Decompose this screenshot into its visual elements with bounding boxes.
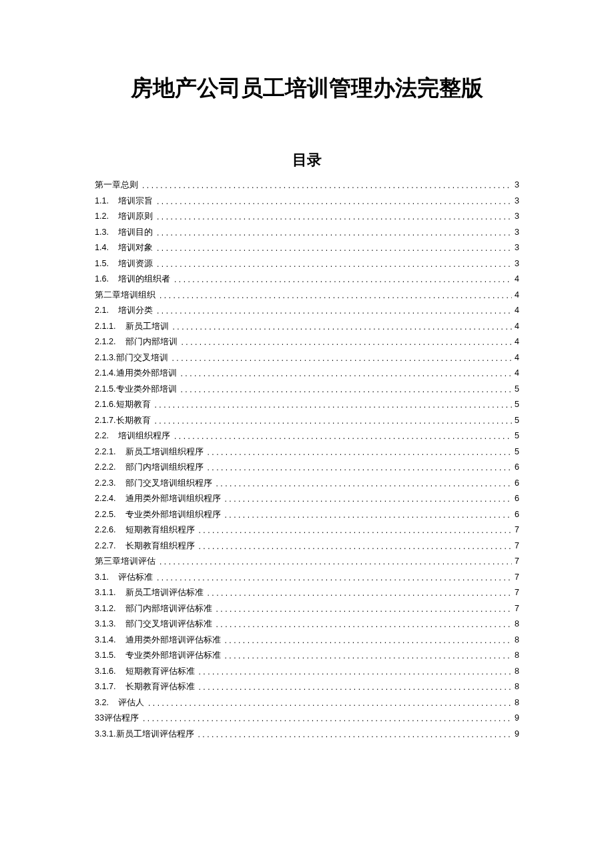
toc-leader-dots: [174, 276, 512, 284]
toc-leader-dots: [157, 244, 512, 252]
toc-leader-dots: [225, 495, 512, 503]
toc-entry: 2.2.3.部门交叉培训组织程序6: [95, 479, 519, 495]
toc-entry: 2.2.4.通用类外部培训组织程序6: [95, 494, 519, 510]
toc-entry-number: 1.4.: [95, 244, 109, 252]
toc-entry-page: 8: [512, 620, 519, 628]
toc-leader-dots: [199, 542, 512, 550]
toc-entry: 3.3.1.新员工培训评估程序9: [95, 730, 519, 746]
toc-entry-number: 3.1.6.: [95, 667, 116, 676]
toc-entry-page: 8: [512, 683, 519, 691]
toc-entry-label: 培训目的: [118, 228, 153, 237]
toc-leader-dots: [172, 354, 512, 362]
toc-entry-number: 2.1.7.: [95, 416, 116, 425]
toc-entry: 2.1.7.长期教育5: [95, 416, 519, 432]
toc-entry-number: 1.2.: [95, 212, 109, 221]
toc-entry-number: 3.3.1.: [95, 730, 116, 739]
toc-entry-page: 7: [512, 573, 519, 582]
toc-entry-page: 3: [512, 212, 519, 221]
toc-entry: 2.1.1.新员工培训4: [95, 322, 519, 338]
toc-entry: 1.5.培训资源3: [95, 260, 519, 276]
toc-entry-number: 2.1.3.: [95, 354, 116, 362]
toc-entry-page: 3: [512, 181, 519, 189]
toc-entry-number: 33: [95, 714, 104, 723]
toc-entry-number: 3.1.1.: [95, 588, 116, 597]
toc-entry-label: 专业类外部培训评估标准: [125, 651, 221, 660]
toc-entry-number: 2.1.6.: [95, 400, 116, 409]
toc-entry-label: 新员工培训组织程序: [125, 448, 204, 456]
toc-leader-dots: [157, 260, 512, 268]
toc-entry-label: 部门内部培训评估标准: [125, 604, 212, 613]
toc-entry-page: 6: [512, 494, 519, 503]
toc-entry-page: 4: [512, 338, 519, 346]
toc-entry-number: 2.1.5.: [95, 385, 116, 394]
toc-entry-page: 7: [512, 604, 519, 613]
toc-entry-page: 7: [512, 526, 519, 534]
toc-leader-dots: [208, 448, 512, 456]
toc-entry: 3.1.2.部门内部培训评估标准7: [95, 604, 519, 620]
toc-entry: 2.1.3.部门交叉培训4: [95, 354, 519, 370]
toc-entry-number: 1.6.: [95, 275, 109, 284]
toc-entry-label: 第一章总则: [95, 181, 138, 189]
toc-entry: 1.3.培训目的3: [95, 228, 519, 244]
toc-entry: 第一章总则3: [95, 181, 519, 197]
toc-leader-dots: [173, 323, 512, 331]
toc-entry-label: 培训宗旨: [118, 197, 153, 205]
toc-entry-label: 评估人: [118, 699, 144, 707]
toc-entry-page: 7: [512, 557, 519, 566]
toc-leader-dots: [225, 636, 512, 644]
toc-entry-label: 培训的组织者: [118, 275, 170, 284]
toc-entry-page: 8: [512, 699, 519, 707]
toc-entry-number: 3.1.: [95, 573, 109, 582]
toc-entry-number: 2.2.5.: [95, 510, 116, 519]
toc-entry: 33评估程序9: [95, 714, 519, 730]
toc-entry-page: 8: [512, 667, 519, 676]
toc-leader-dots: [198, 731, 512, 739]
toc-entry-label: 评估标准: [118, 573, 153, 582]
toc-entry: 2.2.6.短期教育组织程序7: [95, 526, 519, 542]
toc-entry-label: 新员工培训评估程序: [116, 730, 194, 739]
toc-entry: 2.2.7.长期教育组织程序7: [95, 542, 519, 558]
toc-entry: 2.2.培训组织程序5: [95, 432, 519, 448]
toc-leader-dots: [160, 558, 512, 566]
toc-leader-dots: [157, 574, 512, 582]
toc-entry-label: 通用类外部培训: [116, 369, 177, 378]
toc-entry-number: 2.2.: [95, 432, 109, 440]
toc-entry-number: 3.1.5.: [95, 651, 116, 660]
toc-leader-dots: [199, 683, 512, 691]
toc-entry-page: 5: [512, 400, 519, 409]
toc-leader-dots: [216, 480, 512, 488]
toc-entry: 2.1.培训分类4: [95, 306, 519, 322]
toc-entry-number: 1.3.: [95, 228, 109, 237]
toc-entry-label: 新员工培训评估标准: [125, 588, 204, 597]
toc-leader-dots: [216, 605, 512, 613]
toc-entry-page: 8: [512, 651, 519, 660]
toc-entry-page: 3: [512, 197, 519, 205]
toc-entry-page: 4: [512, 306, 519, 315]
toc-entry-label: 评估程序: [104, 714, 139, 723]
toc-entry-page: 7: [512, 542, 519, 550]
toc-entry: 2.2.2.部门内培训组织程序6: [95, 463, 519, 479]
toc-entry-page: 4: [512, 275, 519, 284]
toc-leader-dots: [148, 699, 512, 707]
toc-leader-dots: [174, 432, 512, 440]
toc-entry: 3.1.1.新员工培训评估标准7: [95, 588, 519, 604]
toc-entry-page: 3: [512, 228, 519, 237]
toc-leader-dots: [181, 370, 512, 378]
toc-entry-page: 8: [512, 636, 519, 644]
toc-entry-label: 通用类外部培训评估标准: [125, 636, 221, 644]
toc-entry-number: 2.1.2.: [95, 338, 116, 346]
document-page: 房地产公司员工培训管理办法完整版 目录 第一章总则31.1.培训宗旨31.2.培…: [0, 0, 614, 868]
toc-entry-number: 2.2.4.: [95, 494, 116, 503]
toc-entry-label: 培训组织程序: [118, 432, 170, 440]
toc-entry: 3.1.评估标准7: [95, 573, 519, 589]
toc-entry-label: 长期教育组织程序: [125, 542, 195, 550]
toc-entry-label: 长期教育: [116, 416, 151, 425]
toc-entry-page: 4: [512, 291, 519, 300]
toc-entry: 2.2.5.专业类外部培训组织程序6: [95, 510, 519, 526]
toc-leader-dots: [225, 511, 512, 519]
toc-entry-label: 第二章培训组织: [95, 291, 156, 300]
toc-leader-dots: [142, 181, 512, 189]
toc-entry-label: 通用类外部培训组织程序: [125, 494, 221, 503]
toc-leader-dots: [157, 307, 512, 315]
toc-entry-page: 6: [512, 510, 519, 519]
